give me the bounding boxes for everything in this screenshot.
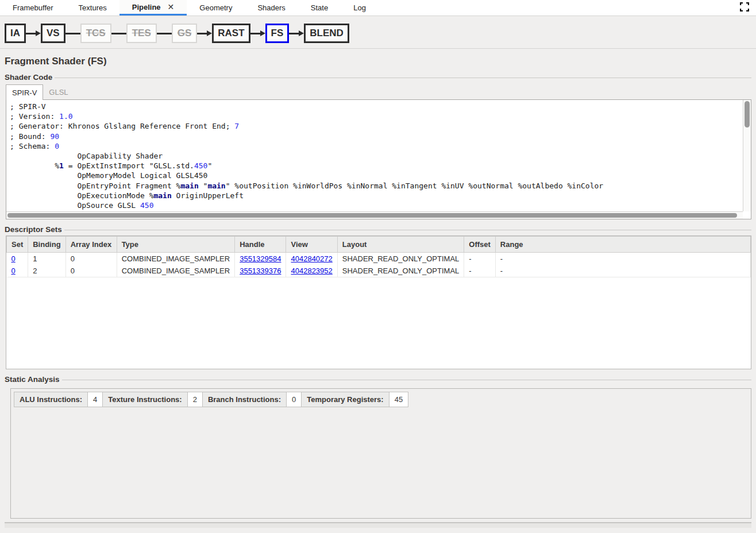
main-panel: Fragment Shader (FS) Shader Code SPIR-VG…: [0, 56, 756, 528]
code-line: ; Schema: 0: [10, 141, 747, 151]
tab-label: Textures: [79, 3, 107, 12]
tab-state[interactable]: State: [298, 0, 341, 16]
page-title: Fragment Shader (FS): [5, 56, 751, 67]
tab-log[interactable]: Log: [341, 0, 379, 16]
tab-label: State: [311, 3, 328, 12]
shader-code-legend: Shader Code: [5, 73, 52, 82]
pipeline-connector: [26, 30, 41, 36]
pipeline-stage-fs[interactable]: FS: [265, 24, 290, 43]
pipeline-stage-gs[interactable]: GS: [172, 24, 198, 43]
descriptor-sets-table-container: SetBindingArray IndexTypeHandleViewLayou…: [6, 235, 751, 369]
tab-label: Pipeline: [132, 3, 161, 11]
column-header[interactable]: Offset: [464, 237, 496, 253]
column-header[interactable]: View: [286, 237, 337, 253]
cell-range: -: [495, 265, 750, 277]
column-header[interactable]: Handle: [235, 237, 286, 253]
code-line: OpEntryPoint Fragment %main "main" %outP…: [10, 181, 747, 191]
handle-link[interactable]: 3551339376: [240, 266, 281, 275]
code-line: OpMemoryModel Logical GLSL450: [10, 171, 747, 180]
set-link[interactable]: 0: [11, 254, 16, 263]
stat-value: 4: [88, 392, 103, 407]
code-line: OpCapability Shader: [10, 151, 747, 161]
cell-view: 4042823952: [286, 265, 337, 277]
pipeline-connector: [65, 33, 80, 34]
tab-close-icon[interactable]: ✕: [168, 2, 175, 11]
pipeline-connector: [250, 30, 265, 36]
code-line: ; Generator: Khronos Glslang Reference F…: [10, 121, 747, 131]
tab-textures[interactable]: Textures: [66, 0, 119, 16]
descriptor-table-body: 010COMBINED_IMAGE_SAMPLER355132958440428…: [7, 253, 751, 277]
tab-label: Shaders: [257, 3, 285, 12]
table-row: 010COMBINED_IMAGE_SAMPLER355132958440428…: [7, 253, 751, 265]
tab-bar-tabs: FramebufferTexturesPipeline✕GeometryShad…: [0, 0, 379, 16]
code-line: OpExecutionMode %main OriginUpperLeft: [10, 191, 747, 200]
pipeline-stage-vs[interactable]: VS: [41, 24, 65, 43]
column-header[interactable]: Array Index: [65, 237, 117, 253]
pipeline-stage-tes[interactable]: TES: [126, 24, 157, 43]
horizontal-scrollbar-thumb[interactable]: [7, 213, 737, 218]
cell-handle: 3551339376: [235, 265, 286, 277]
shader-code-pre: ; SPIR-V; Version: 1.0; Generator: Khron…: [6, 100, 751, 219]
pipeline-connector: [197, 30, 212, 36]
descriptor-sets-section-header: Descriptor Sets: [5, 225, 751, 234]
stat-label: ALU Instructions:: [14, 392, 88, 407]
handle-link[interactable]: 3551329584: [240, 254, 281, 263]
bottom-separator: [5, 522, 751, 528]
stat-value: 2: [187, 392, 202, 407]
pipeline-diagram: IAVSTCSTESGSRASTFSBLEND: [0, 16, 756, 48]
column-header[interactable]: Range: [495, 237, 750, 253]
code-line: ; Version: 1.0: [10, 111, 747, 121]
descriptor-table-header-row: SetBindingArray IndexTypeHandleViewLayou…: [7, 237, 751, 253]
tab-framebuffer[interactable]: Framebuffer: [0, 0, 66, 16]
static-analysis-section-header: Static Analysis: [5, 375, 751, 384]
pipeline-connector: [157, 33, 172, 34]
static-analysis-container: ALU Instructions:4Texture Instructions:2…: [10, 388, 751, 519]
code-tab-glsl[interactable]: GLSL: [43, 84, 74, 100]
cell-offset: -: [464, 265, 496, 277]
cell-binding: 1: [28, 253, 65, 265]
stat-label: Temporary Registers:: [302, 392, 389, 407]
column-header[interactable]: Binding: [28, 237, 65, 253]
cell-view: 4042840272: [286, 253, 337, 265]
vertical-scrollbar[interactable]: [743, 100, 751, 211]
pipeline-stage-ia[interactable]: IA: [5, 24, 26, 43]
stat-value: 45: [389, 392, 408, 407]
cell-type: COMBINED_IMAGE_SAMPLER: [117, 253, 235, 265]
cell-handle: 3551329584: [235, 253, 286, 265]
pipeline-stage-rast[interactable]: RAST: [212, 24, 250, 43]
cell-binding: 2: [28, 265, 65, 277]
vertical-scrollbar-thumb[interactable]: [745, 101, 750, 128]
pipeline-stage-blend[interactable]: BLEND: [304, 24, 349, 43]
shader-code-viewer: ; SPIR-V; Version: 1.0; Generator: Khron…: [6, 99, 751, 219]
view-link[interactable]: 4042823952: [291, 266, 332, 275]
tab-shaders[interactable]: Shaders: [245, 0, 298, 16]
horizontal-scrollbar[interactable]: [6, 211, 743, 219]
table-row: 020COMBINED_IMAGE_SAMPLER355133937640428…: [7, 265, 751, 277]
cell-array_index: 0: [65, 265, 117, 277]
cell-set: 0: [7, 265, 28, 277]
code-line: OpSource GLSL 450: [10, 200, 747, 210]
cell-array_index: 0: [65, 253, 117, 265]
stat-label: Texture Instructions:: [103, 392, 187, 407]
pipeline-connector: [111, 33, 126, 34]
cell-set: 0: [7, 253, 28, 265]
pipeline-stage-tcs[interactable]: TCS: [80, 24, 111, 43]
code-line: %1 = OpExtInstImport "GLSL.std.450": [10, 161, 747, 171]
cell-layout: SHADER_READ_ONLY_OPTIMAL: [337, 253, 464, 265]
pipeline-connector: [289, 30, 304, 36]
column-header[interactable]: Layout: [337, 237, 464, 253]
code-tab-spir-v[interactable]: SPIR-V: [6, 84, 43, 100]
static-analysis-legend: Static Analysis: [5, 375, 60, 384]
set-link[interactable]: 0: [11, 266, 16, 275]
column-header[interactable]: Set: [7, 237, 28, 253]
column-header[interactable]: Type: [117, 237, 235, 253]
view-link[interactable]: 4042840272: [291, 254, 332, 263]
tab-geometry[interactable]: Geometry: [187, 0, 245, 16]
descriptor-sets-table: SetBindingArray IndexTypeHandleViewLayou…: [6, 236, 751, 277]
cell-type: COMBINED_IMAGE_SAMPLER: [117, 265, 235, 277]
tab-pipeline[interactable]: Pipeline✕: [119, 0, 187, 16]
shader-code-section-header: Shader Code: [5, 73, 751, 82]
fullscreen-button[interactable]: [733, 0, 756, 16]
stat-value: 0: [287, 392, 302, 407]
tab-bar: FramebufferTexturesPipeline✕GeometryShad…: [0, 0, 756, 16]
